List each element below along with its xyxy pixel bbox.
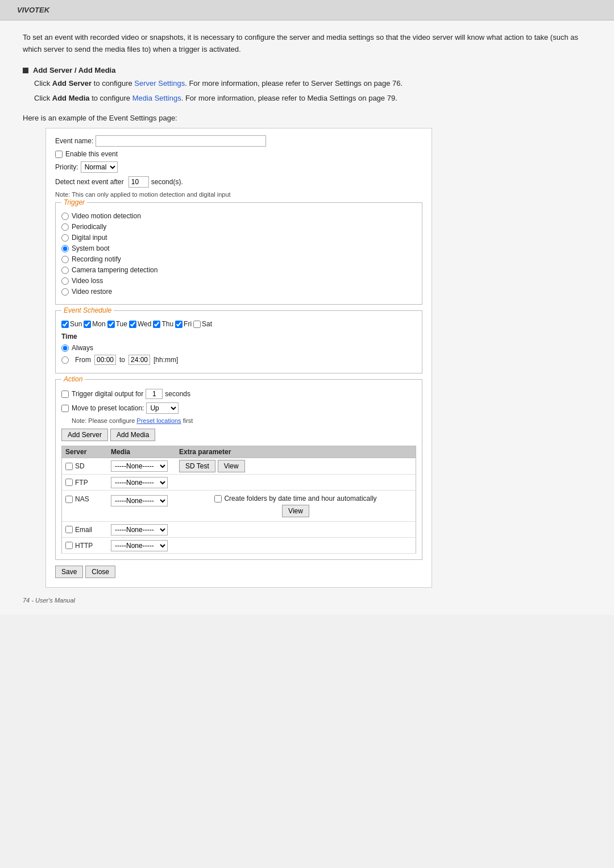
trigger-periodically-radio[interactable]	[61, 223, 69, 231]
td-ftp-server: FTP	[62, 477, 107, 488]
trigger-video-motion: Video motion detection	[61, 212, 416, 220]
add-server-button[interactable]: Add Server	[61, 429, 108, 441]
day-mon: Mon	[84, 320, 105, 328]
ftp-checkbox[interactable]	[65, 479, 73, 486]
nas-checkbox[interactable]	[65, 496, 73, 503]
priority-select[interactable]: Normal High Low	[81, 161, 118, 173]
trigger-recording-notify-radio[interactable]	[61, 256, 69, 263]
trigger-video-restore-radio[interactable]	[61, 288, 69, 296]
td-nas-extra: Create folders by date time and hour aut…	[176, 493, 416, 519]
th-media: Media	[107, 446, 176, 458]
td-ftp-media: -----None-----	[107, 475, 176, 490]
trigger-video-loss: Video loss	[61, 277, 416, 285]
http-checkbox[interactable]	[65, 542, 73, 549]
time-always-label: Always	[72, 344, 93, 352]
td-email-server: Email	[62, 524, 107, 535]
td-email-extra	[176, 528, 416, 531]
intro-paragraph: To set an event with recorded video or s…	[23, 32, 591, 56]
detect-next-unit: second(s).	[151, 178, 183, 186]
preset-note: Note: Please configure Preset locations …	[72, 417, 416, 424]
nas-create-folders-checkbox[interactable]	[214, 495, 222, 502]
trigger-video-loss-radio[interactable]	[61, 277, 69, 285]
add-media-mid: to configure	[90, 94, 132, 102]
event-name-row: Event name:	[55, 135, 422, 147]
trigger-camera-tampering-radio[interactable]	[61, 267, 69, 274]
add-server-post: . For more information, please refer to …	[185, 79, 403, 88]
trigger-periodically: Periodically	[61, 223, 416, 231]
time-to-input[interactable]	[128, 355, 150, 365]
trigger-system-boot-radio[interactable]	[61, 245, 69, 252]
close-button[interactable]: Close	[85, 566, 115, 578]
time-from-label: From	[75, 356, 91, 364]
move-preset-select[interactable]: Up Down Left Right	[146, 402, 179, 414]
time-always-radio[interactable]	[61, 344, 69, 352]
sd-view-button[interactable]: View	[218, 460, 245, 472]
form-panel: Event name: Enable this event Priority: …	[45, 128, 432, 588]
event-name-label: Event name:	[55, 137, 93, 145]
trigger-digital-input[interactable]	[146, 389, 163, 399]
time-from-input[interactable]	[94, 355, 116, 365]
nas-media-select[interactable]: -----None-----	[111, 495, 168, 506]
day-thu: Thu	[153, 320, 173, 328]
move-preset-checkbox[interactable]	[61, 405, 69, 412]
td-nas-media: -----None-----	[107, 493, 176, 508]
section-header: Add Server / Add Media	[23, 66, 591, 74]
brand-title: VIVOTEK	[17, 6, 49, 14]
email-label: Email	[75, 526, 92, 534]
day-sat-check[interactable]	[193, 321, 201, 328]
trigger-video-loss-label: Video loss	[72, 277, 103, 285]
trigger-camera-tampering-label: Camera tampering detection	[72, 266, 157, 274]
save-button[interactable]: Save	[55, 566, 83, 578]
day-mon-label: Mon	[92, 320, 105, 328]
day-mon-check[interactable]	[84, 321, 91, 328]
preset-locations-link[interactable]: Preset locations	[136, 417, 181, 424]
day-sun-label: Sun	[70, 320, 82, 328]
sd-media-select[interactable]: -----None-----	[111, 460, 168, 472]
time-format-label: [hh:mm]	[154, 356, 178, 364]
server-settings-link[interactable]: Server Settings	[134, 79, 185, 88]
day-tue-check[interactable]	[107, 321, 115, 328]
trigger-system-boot-label: System boot	[72, 244, 110, 252]
td-ftp-extra	[176, 481, 416, 484]
day-thu-check[interactable]	[153, 321, 160, 328]
day-sun-check[interactable]	[61, 321, 69, 328]
media-settings-link[interactable]: Media Settings	[132, 94, 181, 102]
trigger-digital-checkbox[interactable]	[61, 391, 69, 398]
trigger-section: Trigger Video motion detection Periodica…	[55, 202, 422, 305]
day-fri-check[interactable]	[175, 321, 182, 328]
trigger-video-restore: Video restore	[61, 288, 416, 296]
day-wed-check[interactable]	[129, 321, 136, 328]
add-media-button[interactable]: Add Media	[110, 429, 155, 441]
nas-create-folders-row: Create folders by date time and hour aut…	[214, 495, 376, 502]
add-media-pre: Click	[34, 94, 52, 102]
td-sd-extra: SD Test View	[176, 458, 416, 474]
trigger-video-motion-radio[interactable]	[61, 213, 69, 220]
add-server-bold: Add Server	[52, 79, 92, 88]
bullet-icon	[23, 68, 28, 73]
sd-checkbox[interactable]	[65, 463, 73, 470]
event-name-input[interactable]	[96, 135, 266, 147]
day-sun: Sun	[61, 320, 82, 328]
add-server-paragraph: Click Add Server to configure Server Set…	[34, 78, 591, 90]
enable-event-label: Enable this event	[65, 150, 118, 158]
email-media-select[interactable]: -----None-----	[111, 524, 168, 535]
day-tue-label: Tue	[116, 320, 127, 328]
time-from-radio[interactable]	[61, 356, 69, 364]
nas-label: NAS	[75, 495, 89, 503]
table-row-http: HTTP -----None-----	[61, 538, 416, 554]
move-preset-row: Move to preset location: Up Down Left Ri…	[61, 402, 416, 414]
http-media-select[interactable]: -----None-----	[111, 540, 168, 551]
detect-next-input[interactable]	[128, 176, 149, 188]
email-checkbox[interactable]	[65, 526, 73, 533]
detect-next-label: Detect next event after	[55, 178, 124, 186]
day-tue: Tue	[107, 320, 127, 328]
nas-create-folders-label: Create folders by date time and hour aut…	[224, 495, 376, 502]
ftp-media-select[interactable]: -----None-----	[111, 477, 168, 488]
nas-view-button[interactable]: View	[282, 505, 309, 517]
day-sat: Sat	[193, 320, 212, 328]
trigger-digital-input-radio[interactable]	[61, 234, 69, 242]
enable-event-checkbox[interactable]	[55, 151, 63, 158]
action-section: Action Trigger digital output for second…	[55, 379, 422, 560]
table-row-ftp: FTP -----None-----	[61, 475, 416, 491]
sd-test-button[interactable]: SD Test	[179, 460, 215, 472]
